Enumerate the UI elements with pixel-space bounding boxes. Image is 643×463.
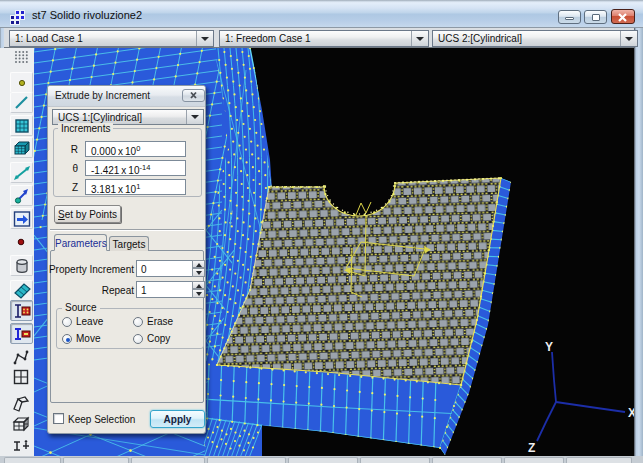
svg-text:Z: Z: [528, 441, 535, 455]
svg-text:Y: Y: [545, 340, 553, 354]
